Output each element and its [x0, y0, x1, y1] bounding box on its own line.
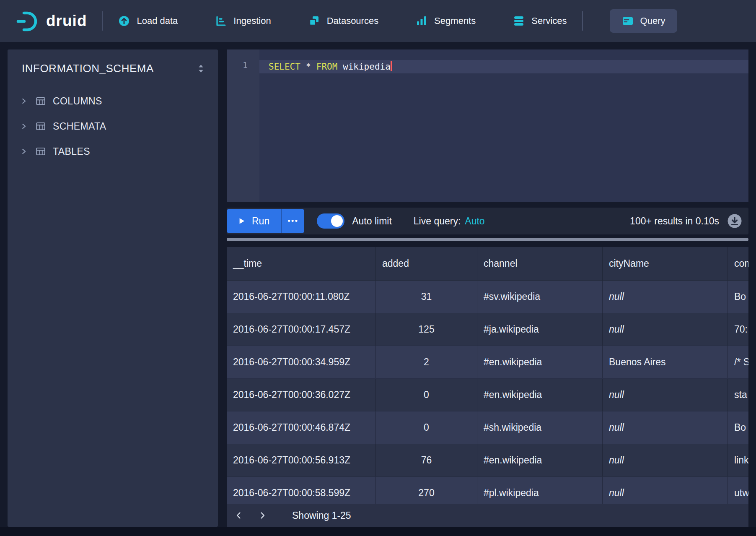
nav-item-label: Load data — [137, 16, 178, 26]
table-cell[interactable]: 270 — [376, 477, 477, 504]
nav-item-services[interactable]: Services — [513, 15, 567, 27]
table-cell[interactable]: #en.wikipedia — [477, 379, 603, 411]
next-page-icon[interactable] — [258, 511, 267, 520]
editor-code-area[interactable]: SELECT * FROM wikipedia — [259, 49, 748, 202]
table-cell[interactable]: Buenos Aires — [603, 346, 728, 378]
table-cell[interactable]: utw — [728, 477, 748, 504]
table-row[interactable]: 2016-06-27T00:00:34.959Z 2 #en.wikipedia… — [227, 346, 748, 379]
table-cell[interactable]: 0 — [376, 379, 477, 411]
table-cell[interactable]: link — [728, 444, 748, 476]
footer-strip — [0, 527, 756, 536]
table-cell[interactable]: #sh.wikipedia — [477, 411, 603, 444]
table-cell[interactable]: 2 — [376, 346, 477, 378]
tree-item-label: SCHEMATA — [53, 121, 106, 132]
table-cell[interactable]: 2016-06-27T00:00:34.959Z — [227, 346, 376, 378]
auto-limit-toggle[interactable] — [317, 213, 344, 229]
download-results-icon[interactable] — [727, 213, 743, 229]
table-cell[interactable]: 2016-06-27T00:00:46.874Z — [227, 411, 376, 444]
table-cell[interactable]: #sv.wikipedia — [477, 281, 603, 313]
table-row[interactable]: 2016-06-27T00:00:11.080Z 31 #sv.wikipedi… — [227, 281, 748, 313]
table-cell[interactable]: 2016-06-27T00:00:56.913Z — [227, 444, 376, 476]
sort-double-caret-icon[interactable] — [197, 63, 205, 74]
sql-editor[interactable]: 1 SELECT * FROM wikipedia — [227, 49, 748, 202]
horizontal-scrollbar[interactable] — [227, 238, 748, 241]
tree-item-label: TABLES — [53, 146, 90, 157]
column-header[interactable]: cityName — [603, 247, 728, 280]
table-cell[interactable]: null — [603, 281, 728, 313]
run-button-label: Run — [252, 216, 269, 227]
table-cell[interactable]: #ja.wikipedia — [477, 313, 603, 346]
table-cell[interactable]: #en.wikipedia — [477, 444, 603, 476]
query-console-icon — [621, 15, 634, 27]
chevron-right-icon[interactable] — [19, 147, 28, 156]
line-number: 1 — [227, 60, 248, 70]
nav-item-segments[interactable]: Segments — [415, 15, 476, 27]
segments-icon — [415, 15, 428, 27]
table-cell[interactable]: 2016-06-27T00:00:11.080Z — [227, 281, 376, 313]
navbar-items: Load data Ingestion — [118, 15, 567, 27]
live-query-text: Live query: — [414, 216, 461, 226]
table-cell[interactable]: Bo — [728, 281, 748, 313]
table-row[interactable]: 2016-06-27T00:00:58.599Z 270 #pl.wikiped… — [227, 477, 748, 504]
tree-item-columns[interactable]: COLUMNS — [8, 88, 218, 114]
table-icon — [35, 96, 46, 107]
chevron-right-icon[interactable] — [19, 122, 28, 131]
pagination-label: Showing 1-25 — [292, 510, 351, 521]
schema-title: INFORMATION_SCHEMA — [22, 62, 154, 75]
sql-text: wikipedia — [337, 62, 390, 72]
query-toolbar: Run ••• Auto limit Live query:Auto 100+ … — [227, 208, 748, 234]
chevron-right-icon[interactable] — [19, 96, 28, 106]
top-navbar: druid Load data — [0, 0, 756, 42]
toggle-knob — [331, 215, 343, 227]
table-row[interactable]: 2016-06-27T00:00:56.913Z 76 #en.wikipedi… — [227, 444, 748, 477]
table-cell[interactable]: 76 — [376, 444, 477, 476]
table-cell[interactable]: 2016-06-27T00:00:17.457Z — [227, 313, 376, 346]
nav-item-load-data[interactable]: Load data — [118, 15, 178, 27]
column-header[interactable]: __time — [227, 247, 376, 280]
table-cell[interactable]: null — [603, 379, 728, 411]
table-icon — [35, 146, 46, 157]
druid-logo[interactable]: druid — [16, 9, 87, 33]
table-cell[interactable]: null — [603, 477, 728, 504]
tree-item-schemata[interactable]: SCHEMATA — [8, 114, 218, 139]
live-query-mode-dropdown[interactable]: Auto — [465, 216, 484, 226]
run-button-group: Run ••• — [227, 209, 304, 233]
sql-keyword: FROM — [316, 62, 338, 72]
table-row[interactable]: 2016-06-27T00:00:46.874Z 0 #sh.wikipedia… — [227, 411, 748, 444]
table-cell[interactable]: #pl.wikipedia — [477, 477, 603, 504]
table-row[interactable]: 2016-06-27T00:00:17.457Z 125 #ja.wikiped… — [227, 313, 748, 346]
table-cell[interactable]: null — [603, 411, 728, 444]
table-cell[interactable]: 31 — [376, 281, 477, 313]
nav-item-query-active[interactable]: Query — [610, 9, 677, 33]
column-header[interactable]: comment — [728, 247, 748, 280]
table-cell[interactable]: null — [603, 444, 728, 476]
table-cell[interactable]: 2016-06-27T00:00:58.599Z — [227, 477, 376, 504]
table-row[interactable]: 2016-06-27T00:00:36.027Z 0 #en.wikipedia… — [227, 379, 748, 411]
column-header[interactable]: added — [376, 247, 477, 280]
table-cell[interactable]: null — [603, 313, 728, 346]
table-cell[interactable]: 125 — [376, 313, 477, 346]
table-cell[interactable]: 2016-06-27T00:00:36.027Z — [227, 379, 376, 411]
nav-item-label: Segments — [434, 16, 476, 26]
run-more-button[interactable]: ••• — [281, 209, 304, 233]
upload-icon — [118, 15, 130, 27]
table-cell[interactable]: 70: — [728, 313, 748, 346]
table-cell[interactable]: 0 — [376, 411, 477, 444]
run-button[interactable]: Run — [227, 209, 281, 233]
tree-item-label: COLUMNS — [53, 96, 102, 107]
table-cell[interactable]: /* S — [728, 346, 748, 378]
datasources-icon — [308, 15, 321, 27]
schema-selector[interactable]: INFORMATION_SCHEMA — [8, 49, 218, 75]
table-cell[interactable]: #en.wikipedia — [477, 346, 603, 378]
nav-item-ingestion[interactable]: Ingestion — [215, 15, 271, 27]
ingestion-icon — [215, 15, 227, 27]
nav-item-datasources[interactable]: Datasources — [308, 15, 379, 27]
table-cell[interactable]: Bo — [728, 411, 748, 444]
column-header[interactable]: channel — [477, 247, 603, 280]
tree-item-tables[interactable]: TABLES — [8, 139, 218, 164]
table-icon — [35, 121, 46, 132]
table-cell[interactable]: sta — [728, 379, 748, 411]
services-icon — [513, 15, 525, 27]
logo-wordmark: druid — [46, 12, 87, 30]
previous-page-icon[interactable] — [234, 511, 243, 520]
